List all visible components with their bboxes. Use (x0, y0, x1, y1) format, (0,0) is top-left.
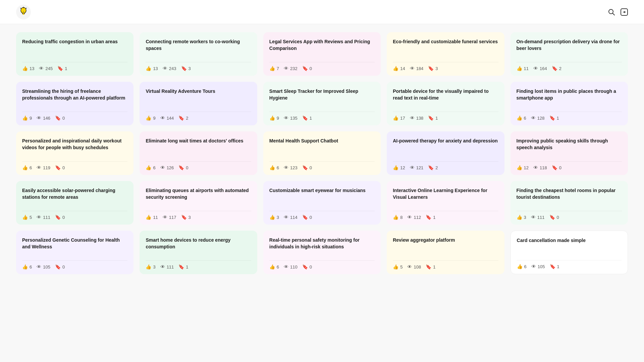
comments-stat: 🔖 0 (302, 264, 312, 269)
views-count: 121 (416, 165, 424, 170)
column-3: Eco-friendly and customizable funeral se… (387, 32, 504, 274)
card[interactable]: Card cancellation made simple 👍 6 👁 105 … (511, 231, 628, 274)
card[interactable]: Eco-friendly and customizable funeral se… (387, 32, 504, 76)
likes-count: 6 (30, 165, 32, 170)
card[interactable]: Personalized Genetic Counseling for Heal… (16, 231, 133, 274)
like-icon: 👍 (269, 66, 275, 71)
card[interactable]: Reducing traffic congestion in urban are… (16, 32, 133, 76)
likes-stat: 👍 6 (146, 165, 155, 170)
views-stat: 👁 164 (533, 66, 547, 71)
likes-count: 13 (153, 66, 158, 71)
views-icon: 👁 (39, 66, 44, 71)
card-stats: 👍 8 👁 112 🔖 1 (393, 211, 498, 220)
card-stats: 👍 9 👁 146 🔖 0 (22, 112, 127, 121)
views-icon: 👁 (410, 66, 415, 71)
card[interactable]: Review aggregator platform 👍 5 👁 108 🔖 1 (387, 231, 504, 274)
card[interactable]: Eliminating queues at airports with auto… (140, 181, 257, 225)
comments-icon: 🔖 (549, 215, 555, 220)
card-title: Smart home devices to reduce energy cons… (146, 237, 251, 256)
card[interactable]: Virtual Reality Adventure Tours 👍 9 👁 14… (140, 82, 257, 125)
likes-stat: 👍 6 (22, 165, 32, 170)
views-stat: 👁 128 (531, 115, 545, 121)
likes-count: 3 (524, 215, 526, 220)
card[interactable]: AI-powered therapy for anxiety and depre… (387, 131, 504, 175)
views-count: 243 (169, 66, 176, 71)
card-stats: 👍 11 👁 117 🔖 3 (146, 211, 251, 220)
cards-grid: Reducing traffic congestion in urban are… (16, 32, 628, 274)
card-title: Personalized and inspirational daily wor… (22, 137, 127, 157)
likes-count: 6 (153, 165, 155, 170)
card[interactable]: Smart home devices to reduce energy cons… (140, 231, 257, 274)
card[interactable]: Portable device for the visually impaire… (387, 82, 504, 125)
card[interactable]: On-demand prescription delivery via dron… (511, 32, 628, 76)
search-button[interactable] (608, 8, 615, 16)
views-icon: 👁 (37, 165, 41, 170)
like-icon: 👍 (146, 165, 151, 170)
card[interactable]: Legal Services App with Reviews and Pric… (263, 32, 381, 76)
card[interactable]: Streamlining the hiring of freelance pro… (16, 82, 133, 125)
card[interactable]: Connecting remote workers to co-working … (140, 32, 257, 76)
card[interactable]: Smart Sleep Tracker for Improved Sleep H… (263, 82, 381, 125)
like-icon: 👍 (146, 215, 151, 220)
likes-count: 5 (400, 264, 402, 269)
comments-stat: 🔖 0 (302, 66, 312, 71)
likes-stat: 👍 9 (146, 115, 155, 121)
views-count: 110 (290, 264, 298, 269)
comments-icon: 🔖 (428, 165, 434, 170)
views-count: 146 (43, 116, 50, 121)
logo-icon (16, 5, 31, 19)
views-icon: 👁 (410, 115, 415, 121)
views-stat: 👁 110 (284, 264, 298, 269)
likes-stat: 👍 6 (22, 264, 32, 269)
login-button[interactable] (621, 8, 628, 16)
comments-icon: 🔖 (426, 264, 431, 269)
views-count: 164 (540, 66, 547, 71)
comments-count: 1 (433, 215, 435, 220)
views-count: 118 (540, 165, 547, 170)
views-count: 114 (290, 215, 298, 220)
comments-stat: 🔖 1 (57, 66, 67, 71)
card[interactable]: Improving public speaking skills through… (511, 131, 628, 175)
views-stat: 👁 112 (407, 215, 421, 220)
card[interactable]: Personalized and inspirational daily wor… (16, 131, 133, 175)
views-stat: 👁 243 (163, 66, 176, 71)
column-0: Reducing traffic congestion in urban are… (16, 32, 133, 274)
comments-count: 1 (433, 264, 435, 269)
card[interactable]: Interactive Online Learning Experience f… (387, 181, 504, 225)
likes-stat: 👍 9 (269, 115, 279, 121)
likes-stat: 👍 6 (269, 264, 279, 269)
likes-count: 8 (400, 215, 402, 220)
card-title: Connecting remote workers to co-working … (146, 38, 251, 58)
column-4: On-demand prescription delivery via dron… (511, 32, 628, 274)
likes-stat: 👍 3 (146, 264, 155, 269)
card-stats: 👍 17 👁 138 🔖 1 (393, 112, 498, 121)
card[interactable]: Easily accessible solar-powered charging… (16, 181, 133, 225)
views-count: 184 (416, 66, 424, 71)
views-stat: 👁 111 (37, 215, 50, 220)
card[interactable]: Mental Health Support Chatbot 👍 6 👁 123 … (263, 131, 381, 175)
card[interactable]: Real-time personal safety monitoring for… (263, 231, 381, 274)
like-icon: 👍 (146, 115, 151, 121)
views-icon: 👁 (531, 215, 536, 220)
comments-icon: 🔖 (302, 66, 308, 71)
likes-count: 13 (30, 66, 34, 71)
views-count: 105 (538, 264, 545, 269)
comments-icon: 🔖 (302, 165, 308, 170)
comments-icon: 🔖 (549, 115, 555, 121)
views-count: 111 (43, 215, 50, 220)
card[interactable]: Eliminate long wait times at doctors' of… (140, 131, 257, 175)
likes-count: 9 (153, 116, 155, 121)
card[interactable]: Finding the cheapest hotel rooms in popu… (511, 181, 628, 225)
card[interactable]: Finding lost items in public places thro… (511, 82, 628, 125)
like-icon: 👍 (269, 115, 275, 121)
card-stats: 👍 3 👁 111 🔖 1 (146, 260, 251, 269)
card-stats: 👍 11 👁 164 🔖 2 (517, 62, 622, 71)
comments-icon: 🔖 (428, 66, 434, 71)
like-icon: 👍 (269, 264, 275, 269)
likes-stat: 👍 5 (22, 215, 32, 220)
like-icon: 👍 (22, 115, 28, 121)
like-icon: 👍 (517, 165, 522, 170)
comments-icon: 🔖 (55, 264, 61, 269)
comments-count: 3 (435, 66, 438, 71)
card[interactable]: Customizable smart eyewear for musicians… (263, 181, 381, 225)
